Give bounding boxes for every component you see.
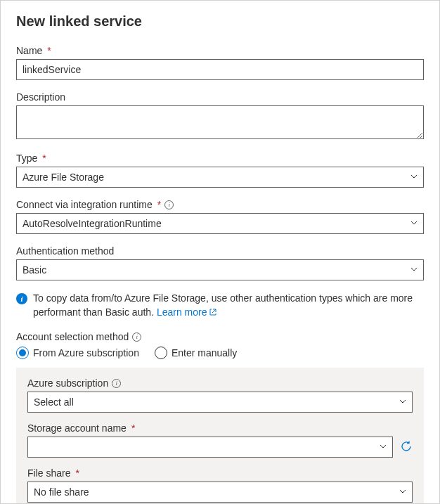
azure-subscription-field-group: Azure subscription i Select all — [27, 377, 413, 413]
info-bar: i To copy data from/to Azure File Storag… — [16, 292, 424, 320]
file-share-select[interactable]: No file share — [27, 482, 413, 503]
required-indicator: * — [157, 199, 161, 210]
auth-method-field-group: Authentication method Basic — [16, 245, 424, 280]
external-link-icon — [209, 306, 217, 321]
auth-method-label: Authentication method — [16, 245, 424, 257]
azure-subscription-select[interactable]: Select all — [27, 392, 413, 413]
storage-account-field-group: Storage account name* — [27, 422, 413, 458]
account-selection-label: Account selection method i — [16, 331, 424, 342]
storage-account-select[interactable] — [27, 437, 393, 458]
name-input[interactable] — [16, 59, 424, 80]
required-indicator: * — [42, 153, 46, 164]
radio-label: Enter manually — [172, 347, 237, 358]
info-icon[interactable]: i — [164, 200, 174, 209]
file-share-label: File share* — [27, 467, 413, 479]
refresh-icon[interactable] — [400, 440, 413, 455]
radio-button-icon — [16, 347, 29, 359]
page-title: New linked service — [16, 13, 424, 30]
type-field-group: Type* Azure File Storage — [16, 153, 424, 188]
account-selection-radio-group: From Azure subscription Enter manually — [16, 347, 424, 359]
radio-button-icon — [155, 347, 167, 359]
required-indicator: * — [75, 467, 79, 479]
type-label: Type* — [16, 153, 424, 164]
account-selection-field-group: Account selection method i From Azure su… — [16, 331, 424, 359]
required-indicator: * — [47, 45, 51, 56]
info-bar-text: To copy data from/to Azure File Storage,… — [33, 292, 424, 320]
runtime-select[interactable]: AutoResolveIntegrationRuntime — [16, 213, 424, 234]
info-icon[interactable]: i — [132, 332, 141, 342]
radio-from-subscription[interactable]: From Azure subscription — [16, 347, 139, 359]
azure-subscription-label: Azure subscription i — [27, 377, 413, 389]
description-label: Description — [16, 91, 424, 103]
name-field-group: Name* — [16, 45, 424, 80]
subscription-panel: Azure subscription i Select all Storage … — [16, 368, 424, 504]
file-share-field-group: File share* No file share — [27, 467, 413, 503]
description-field-group: Description — [16, 91, 424, 141]
runtime-label: Connect via integration runtime* i — [16, 199, 424, 210]
description-input[interactable] — [16, 105, 424, 139]
auth-method-select[interactable]: Basic — [16, 259, 424, 280]
radio-enter-manually[interactable]: Enter manually — [155, 347, 237, 359]
radio-label: From Azure subscription — [33, 347, 139, 358]
storage-account-label: Storage account name* — [27, 422, 413, 434]
runtime-field-group: Connect via integration runtime* i AutoR… — [16, 199, 424, 234]
name-label: Name* — [16, 45, 424, 56]
info-icon[interactable]: i — [112, 379, 121, 388]
info-filled-icon: i — [16, 293, 27, 304]
required-indicator: * — [131, 422, 135, 434]
type-select[interactable]: Azure File Storage — [16, 167, 424, 188]
learn-more-link[interactable]: Learn more — [157, 306, 218, 318]
